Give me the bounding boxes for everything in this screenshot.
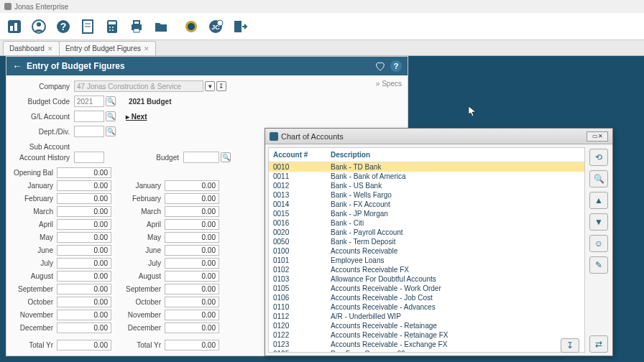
month-b-field[interactable] xyxy=(165,193,219,204)
users-icon[interactable]: ☺ xyxy=(589,235,608,252)
arrow-down-icon[interactable]: ▼ xyxy=(589,213,608,231)
month-b-field[interactable] xyxy=(165,232,219,243)
accounts-list[interactable]: Account # Description 0010Bank - TD Bank… xyxy=(268,147,585,353)
toolbar-jc-icon[interactable]: JC xyxy=(204,15,227,38)
mouse-cursor xyxy=(469,106,476,116)
table-row[interactable]: 0120Accounts Receivable - Retainage xyxy=(269,321,584,330)
month-b-field[interactable] xyxy=(165,180,219,191)
table-row[interactable]: 0100Accounts Receivable xyxy=(269,246,584,256)
toolbar-exit-icon[interactable] xyxy=(229,15,252,38)
table-row[interactable]: 0112A/R - Underbilled WIP xyxy=(269,312,584,321)
month-a-field[interactable] xyxy=(57,206,111,217)
month-a-field[interactable] xyxy=(57,219,111,230)
table-row[interactable]: 0106Accounts Receivable - Job Cost xyxy=(269,293,584,302)
month-a-field[interactable] xyxy=(57,322,111,333)
close-icon[interactable]: ✕ xyxy=(144,45,150,52)
toolbar-user-icon[interactable] xyxy=(27,15,50,38)
goto-icon[interactable]: ↧ xyxy=(561,338,579,353)
month-a-field[interactable] xyxy=(57,297,111,307)
table-row[interactable]: 0101Employee Loans xyxy=(269,256,584,265)
table-row[interactable]: 0122Accounts Receivable - Retainage FX xyxy=(269,330,584,340)
search-icon[interactable]: 🔍 xyxy=(589,170,608,187)
toolbar-calc-icon[interactable] xyxy=(101,15,124,38)
month-b-field[interactable] xyxy=(165,297,219,307)
search-icon[interactable]: 🔍 xyxy=(106,126,116,136)
table-row[interactable]: 0110Accounts Receivable - Advances xyxy=(269,302,584,312)
col-description[interactable]: Description xyxy=(326,148,584,162)
month-a-field[interactable] xyxy=(57,310,111,320)
toolbar-print-icon[interactable] xyxy=(125,15,148,38)
hist-field[interactable] xyxy=(74,152,104,163)
month-b-field[interactable] xyxy=(165,284,219,294)
table-row[interactable]: 0015Bank - JP Morgan xyxy=(269,209,584,218)
month-a-field[interactable] xyxy=(57,258,111,269)
next-link[interactable]: ▸ Next xyxy=(126,113,147,121)
help-icon[interactable]: ? xyxy=(390,60,402,72)
back-icon[interactable]: ← xyxy=(12,60,22,72)
close-icon[interactable]: ▭✕ xyxy=(586,131,608,141)
gl-field[interactable] xyxy=(74,111,104,122)
month-b-field[interactable] xyxy=(165,310,219,320)
dialog-side-buttons: ⟲ 🔍 ▲ ▼ ☺ ✎ ⇄ xyxy=(588,144,612,356)
search-icon[interactable]: 🔍 xyxy=(106,111,116,121)
svg-point-4 xyxy=(37,22,41,27)
table-row[interactable]: 0102Accounts Receivable FX xyxy=(269,265,584,274)
total-a-field[interactable] xyxy=(57,340,111,351)
month-a-field[interactable] xyxy=(57,232,111,243)
toolbar-globe-icon[interactable] xyxy=(180,15,203,38)
month-b-field[interactable] xyxy=(165,219,219,230)
table-row[interactable]: 0050Bank - Term Deposit xyxy=(269,237,584,246)
table-row[interactable]: 0012Bank - US Bank xyxy=(269,181,584,190)
edit-icon[interactable]: ✎ xyxy=(589,256,608,274)
month-label: May xyxy=(120,233,165,241)
month-a-field[interactable] xyxy=(57,271,111,282)
search-icon[interactable]: 🔍 xyxy=(221,152,231,162)
toolbar-home-icon[interactable] xyxy=(3,15,26,38)
table-row[interactable]: 0125Due From Company 99 xyxy=(269,349,584,353)
table-row[interactable]: 0020Bank - Payroll Account xyxy=(269,228,584,237)
total-b-field[interactable] xyxy=(165,340,219,351)
month-label: May xyxy=(12,233,57,241)
toolbar-help-icon[interactable]: ? xyxy=(52,15,75,38)
month-b-field[interactable] xyxy=(165,206,219,217)
month-a-field[interactable] xyxy=(57,284,111,294)
reset-icon[interactable]: ⟲ xyxy=(589,149,608,166)
tab-dashboard[interactable]: Dashboard✕ xyxy=(3,41,60,55)
dept-field[interactable] xyxy=(74,126,104,137)
table-row[interactable]: 0105Accounts Receivable - Work Order xyxy=(269,284,584,293)
budget-field[interactable] xyxy=(183,152,219,163)
month-a-field[interactable] xyxy=(57,180,111,191)
month-b-field[interactable] xyxy=(165,245,219,256)
budget-code-field[interactable] xyxy=(74,96,104,107)
tab-entry-budget[interactable]: Entry of Budget Figures✕ xyxy=(59,41,156,55)
company-field[interactable] xyxy=(74,80,203,92)
table-row[interactable]: 0014Bank - FX Account xyxy=(269,200,584,209)
dropdown-icon[interactable]: ▾ xyxy=(205,81,215,91)
month-label: August xyxy=(12,272,57,280)
refresh-icon[interactable]: ⇄ xyxy=(589,335,608,353)
table-row[interactable]: 0011Bank - Bank of America xyxy=(269,172,584,181)
month-a-field[interactable] xyxy=(57,193,111,204)
arrow-up-icon[interactable]: ▲ xyxy=(589,192,608,209)
search-icon[interactable]: 🔍 xyxy=(106,96,116,106)
month-label: July xyxy=(120,259,165,267)
close-icon[interactable]: ✕ xyxy=(47,45,53,52)
screen-header: ← Entry of Budget Figures ? xyxy=(6,57,408,75)
opening-bal-field[interactable] xyxy=(57,167,111,178)
table-row[interactable]: 0013Bank - Wells Fargo xyxy=(269,190,584,200)
specs-link[interactable]: » Specs xyxy=(376,80,402,88)
month-a-field[interactable] xyxy=(57,245,111,256)
table-row[interactable]: 0103Allowance For Doubtful Accounts xyxy=(269,274,584,284)
col-account[interactable]: Account # xyxy=(269,148,326,162)
table-row[interactable]: 0123Accounts Receivable - Exchange FX xyxy=(269,340,584,349)
favorite-icon[interactable] xyxy=(374,60,386,72)
month-b-field[interactable] xyxy=(165,271,219,282)
month-b-field[interactable] xyxy=(165,322,219,333)
month-b-field[interactable] xyxy=(165,258,219,269)
toolbar-doc-icon[interactable] xyxy=(76,15,99,38)
goto-icon[interactable]: ↧ xyxy=(216,81,226,91)
table-row[interactable]: 0010Bank - TD Bank xyxy=(269,162,584,172)
table-row[interactable]: 0016Bank - Citi xyxy=(269,218,584,228)
dialog-header[interactable]: Chart of Accounts ▭✕ xyxy=(265,129,612,144)
toolbar-folder-icon[interactable] xyxy=(150,15,172,38)
